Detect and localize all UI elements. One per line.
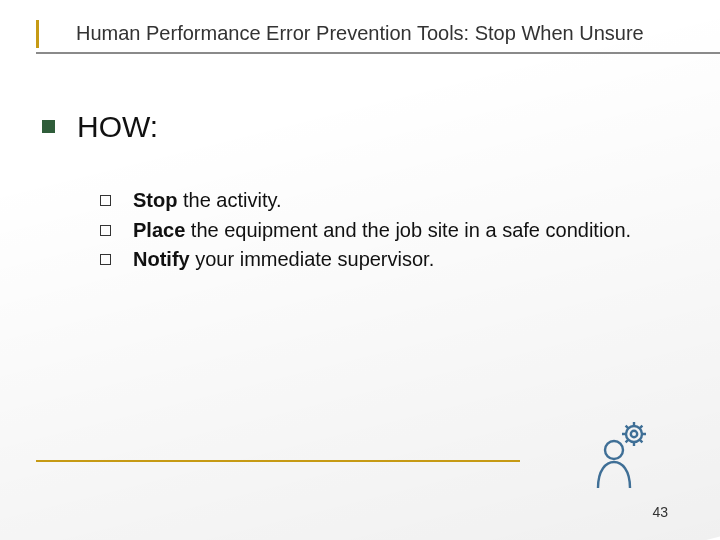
person-gear-icon	[590, 418, 658, 490]
body-region: HOW: Stop the activity. Place the equipm…	[42, 110, 660, 277]
list-item-rest: the activity.	[177, 189, 281, 211]
list-item-bold: Notify	[133, 248, 190, 270]
slide-title: Human Performance Error Prevention Tools…	[76, 22, 710, 45]
svg-point-1	[631, 431, 637, 437]
list-item-rest: the equipment and the job site in a safe…	[185, 219, 631, 241]
title-accent-bar	[36, 20, 51, 48]
list-item: Notify your immediate supervisor.	[100, 247, 660, 273]
open-square-bullet-icon	[100, 225, 111, 236]
list-item-text: Stop the activity.	[133, 188, 660, 214]
list-item-rest: your immediate supervisor.	[190, 248, 435, 270]
square-bullet-icon	[42, 120, 55, 133]
page-number: 43	[652, 504, 668, 520]
list-item-text: Place the equipment and the job site in …	[133, 218, 660, 244]
section-row: HOW:	[42, 110, 660, 144]
list-item: Place the equipment and the job site in …	[100, 218, 660, 244]
open-square-bullet-icon	[100, 254, 111, 265]
open-square-bullet-icon	[100, 195, 111, 206]
title-underline	[36, 52, 720, 54]
list-item-text: Notify your immediate supervisor.	[133, 247, 660, 273]
list-item-bold: Stop	[133, 189, 177, 211]
svg-point-0	[626, 426, 642, 442]
svg-point-2	[605, 441, 623, 459]
section-heading: HOW:	[77, 110, 158, 144]
sub-bullet-list: Stop the activity. Place the equipment a…	[100, 188, 660, 273]
list-item-bold: Place	[133, 219, 185, 241]
list-item: Stop the activity.	[100, 188, 660, 214]
bottom-accent-rule	[36, 460, 520, 462]
